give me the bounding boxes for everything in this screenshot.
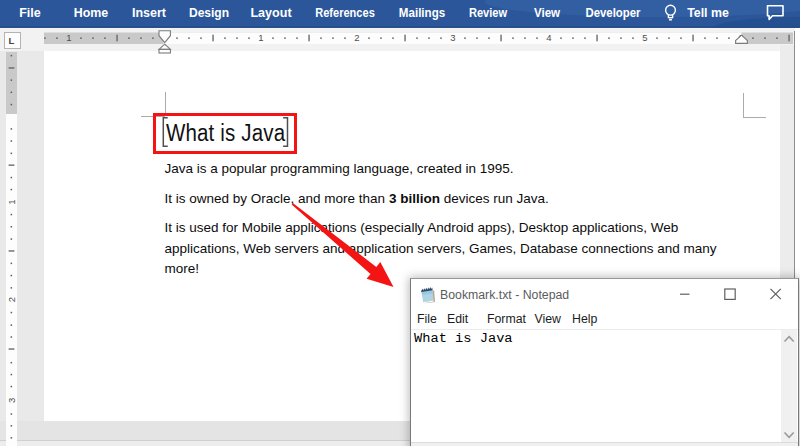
svg-text:2: 2 bbox=[6, 297, 17, 302]
svg-text:5: 5 bbox=[642, 32, 647, 43]
svg-text:3: 3 bbox=[450, 32, 455, 43]
svg-text:2: 2 bbox=[354, 32, 359, 43]
svg-text:1: 1 bbox=[258, 32, 263, 43]
svg-text:1: 1 bbox=[66, 32, 71, 43]
svg-text:4: 4 bbox=[546, 32, 551, 43]
svg-text:1: 1 bbox=[6, 199, 17, 204]
svg-text:3: 3 bbox=[6, 398, 17, 403]
